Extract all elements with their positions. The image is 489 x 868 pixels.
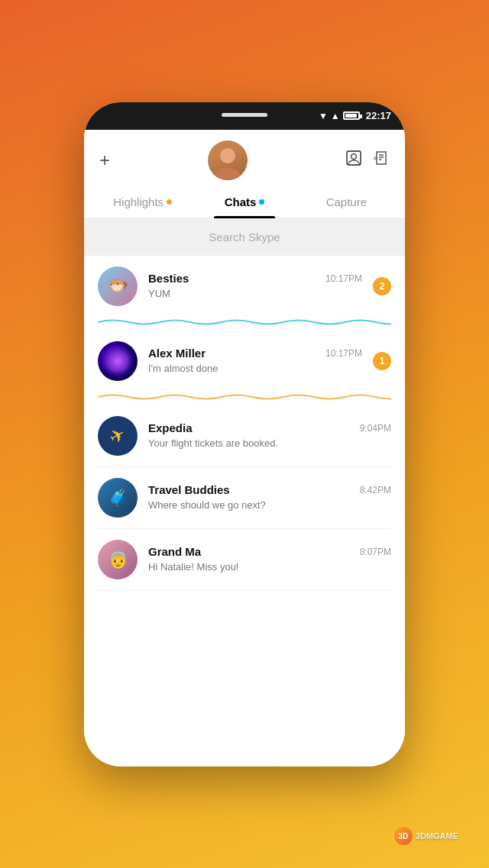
chat-name-row-travel: Travel Buddies 8:42PM (148, 483, 391, 496)
watermark: 3D 3DMGAME (394, 827, 458, 845)
add-button[interactable]: + (99, 150, 110, 170)
avatar-besties: 🐡 (98, 266, 138, 306)
avatar-expedia: ✈ (98, 416, 138, 456)
chat-preview-besties: YUM (148, 288, 170, 299)
alex-avatar-art (106, 350, 129, 373)
header-left: + (99, 151, 110, 169)
chat-time-expedia: 9:04PM (360, 423, 391, 434)
chat-item-travel[interactable]: 🧳 Travel Buddies 8:42PM Where should we … (84, 467, 405, 528)
chat-item-grandma[interactable]: 👵 Grand Ma 8:07PM Hi Natalie! Miss you! (84, 529, 405, 590)
watermark-text: 3DMGAME (416, 831, 458, 841)
tab-highlights[interactable]: Highlights (92, 186, 193, 218)
chat-preview-grandma: Hi Natalie! Miss you! (148, 561, 238, 573)
chat-item-alex[interactable]: Alex Miller 10:17PM I'm almost done 1 (84, 331, 405, 392)
tab-chats-label: Chats (225, 195, 257, 208)
watermark-logo: 3D (394, 827, 413, 845)
expedia-avatar-art: ✈ (105, 422, 129, 448)
travel-avatar-art: 🧳 (108, 488, 128, 508)
chat-body-alex: Alex Miller 10:17PM I'm almost done (148, 347, 362, 375)
status-icons: ▼ ▲ 22:17 (319, 110, 391, 121)
chat-name-row-besties: Besties 10:17PM (148, 272, 362, 285)
chat-body-travel: Travel Buddies 8:42PM Where should we go… (148, 483, 391, 511)
chat-body-expedia: Expedia 9:04PM Your flight tickets are b… (148, 421, 391, 450)
highlights-dot (167, 199, 172, 205)
chat-name-besties: Besties (148, 272, 189, 285)
status-time: 22:17 (366, 110, 391, 121)
phone-handle (222, 113, 267, 117)
chats-dot (259, 199, 264, 205)
grandma-avatar-art: 👵 (108, 550, 128, 570)
signal-icon: ▲ (331, 111, 340, 121)
unread-badge-alex: 1 (373, 352, 391, 370)
chat-preview-expedia: Your flight tickets are booked. (148, 437, 278, 449)
tab-capture-label: Capture (326, 195, 367, 208)
user-avatar[interactable] (208, 140, 248, 180)
chat-preview-alex: I'm almost done (148, 363, 218, 374)
chat-time-alex: 10:17PM (325, 348, 362, 359)
app-header: + (84, 130, 405, 186)
avatar-grandma: 👵 (98, 540, 138, 579)
chat-preview-travel: Where should we go next? (148, 499, 266, 511)
chat-name-travel: Travel Buddies (148, 483, 230, 496)
tab-chats[interactable]: Chats (193, 186, 295, 218)
avatar-image (208, 140, 248, 180)
phone-frame: ▼ ▲ 22:17 + (84, 102, 405, 766)
wave-besties (84, 317, 405, 331)
chat-time-travel: 8:42PM (360, 485, 391, 495)
search-input-wrap[interactable]: Search Skype (96, 226, 393, 248)
watermark-icon: 3D (398, 832, 408, 841)
chat-name-row-expedia: Expedia 9:04PM (148, 421, 391, 434)
chat-item-expedia[interactable]: ✈ Expedia 9:04PM Your flight tickets are… (84, 405, 405, 466)
chat-name-row-alex: Alex Miller 10:17PM (148, 347, 362, 360)
chat-name-row-grandma: Grand Ma 8:07PM (148, 545, 391, 558)
chat-body-grandma: Grand Ma 8:07PM Hi Natalie! Miss you! (148, 545, 391, 573)
contacts-icon[interactable] (345, 150, 362, 170)
tab-capture[interactable]: Capture (296, 186, 397, 218)
chat-list: 🐡 Besties 10:17PM YUM 2 (84, 256, 405, 766)
wifi-icon: ▼ (319, 111, 328, 121)
chat-body-besties: Besties 10:17PM YUM (148, 272, 362, 300)
chat-time-grandma: 8:07PM (360, 547, 391, 557)
battery-fill (345, 114, 357, 118)
header-right: ≡ (345, 150, 390, 170)
wave-alex (84, 392, 405, 405)
avatar-travel: 🧳 (98, 478, 138, 518)
chat-name-grandma: Grand Ma (148, 545, 201, 558)
chat-time-besties: 10:17PM (325, 273, 362, 284)
besties-avatar-art: 🐡 (108, 276, 128, 296)
chat-name-alex: Alex Miller (148, 347, 206, 360)
divider-grandma (98, 590, 391, 591)
calls-icon[interactable]: ≡ (373, 150, 390, 170)
search-bar: Search Skype (84, 218, 405, 256)
svg-text:≡: ≡ (374, 155, 377, 162)
avatar-alex (98, 341, 138, 381)
search-placeholder: Search Skype (105, 231, 384, 244)
header-center (208, 140, 248, 180)
tab-highlights-label: Highlights (113, 195, 164, 208)
unread-badge-besties: 2 (373, 277, 391, 295)
chat-item-besties[interactable]: 🐡 Besties 10:17PM YUM 2 (84, 256, 405, 317)
nav-tabs: Highlights Chats Capture (84, 186, 405, 218)
chat-name-expedia: Expedia (148, 421, 193, 434)
battery-icon (343, 111, 360, 120)
svg-point-1 (351, 154, 356, 160)
